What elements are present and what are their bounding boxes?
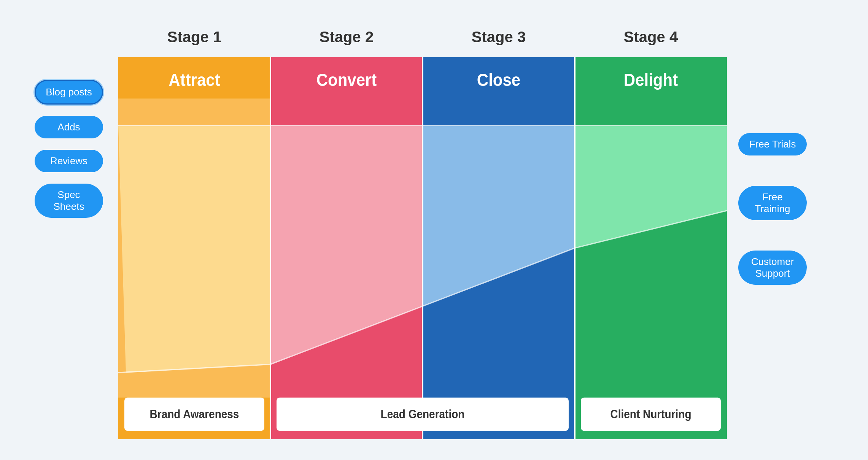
svg-text:Client Nurturing: Client Nurturing [610,408,691,420]
svg-text:Delight: Delight [624,70,678,90]
stage-1-header: Stage 1 [118,21,270,53]
svg-text:Convert: Convert [316,70,377,90]
svg-text:Lead Generation: Lead Generation [381,408,465,420]
stage-2-header: Stage 2 [270,21,423,53]
svg-rect-7 [575,57,727,439]
main-container: Stage 1 Stage 2 Stage 3 Stage 4 Blog pos… [35,21,833,439]
content-area: Blog posts Adds Reviews Spec Sheets [35,57,833,439]
free-training-button[interactable]: Free Training [738,186,807,220]
right-sidebar: Free Trials Free Training Customer Suppo… [727,57,833,439]
svg-text:Close: Close [477,70,520,90]
adds-button[interactable]: Adds [35,116,103,138]
stage-4-header: Stage 4 [575,21,727,53]
stage-3-header: Stage 3 [423,21,575,53]
stage-headers: Stage 1 Stage 2 Stage 3 Stage 4 [118,21,727,53]
svg-text:Brand Awareness: Brand Awareness [150,408,239,420]
blog-posts-button[interactable]: Blog posts [35,80,103,105]
left-sidebar: Blog posts Adds Reviews Spec Sheets [35,57,118,439]
funnel-chart: Attract Convert Close Delight Brand Awar… [118,57,727,439]
customer-support-button[interactable]: Customer Support [738,251,807,285]
spec-sheets-button[interactable]: Spec Sheets [35,184,103,218]
svg-marker-2 [118,125,270,373]
svg-text:Attract: Attract [169,70,220,90]
funnel-svg: Attract Convert Close Delight Brand Awar… [118,57,727,439]
reviews-button[interactable]: Reviews [35,150,103,172]
free-trials-button[interactable]: Free Trials [738,133,807,155]
